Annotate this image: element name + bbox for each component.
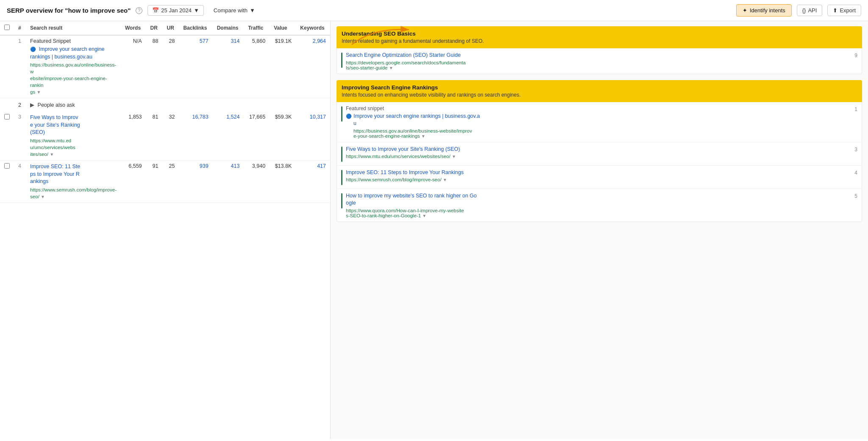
row-traffic: 17,665: [244, 111, 270, 160]
col-search-result: Search result: [26, 21, 121, 35]
row-checkbox-cell: [0, 98, 14, 112]
result-title-link[interactable]: Five Ways to Improve your Site's Ranking…: [30, 114, 80, 135]
col-backlinks: Backlinks: [179, 21, 212, 35]
col-keywords: Keywords: [296, 21, 330, 35]
help-icon[interactable]: ?: [136, 7, 142, 14]
col-value: Value: [270, 21, 296, 35]
row-backlinks[interactable]: 16,783: [179, 111, 212, 160]
intent-group-items: Search Engine Optimization (SEO) Starter…: [337, 48, 862, 74]
people-also-ask-cell[interactable]: ▶ People also ask: [26, 98, 330, 112]
list-item: Featured snippet 🔵 Improve your search e…: [337, 102, 862, 142]
row-backlinks[interactable]: 939: [179, 161, 212, 203]
item-url[interactable]: https://business.gov.au/online/business-…: [353, 128, 480, 139]
row-domains[interactable]: 413: [213, 161, 244, 203]
row-backlinks[interactable]: 577: [179, 35, 212, 98]
identify-intents-icon: ✦: [743, 7, 747, 14]
item-bar: [341, 53, 342, 68]
compare-label: Compare with: [214, 7, 248, 14]
main-layout: # Search result Words DR UR Backlinks Do…: [0, 21, 868, 439]
row-value: $59.3K: [270, 111, 296, 160]
row-dr: 81: [146, 111, 163, 160]
row-checkbox[interactable]: [4, 163, 10, 169]
item-bar: [341, 106, 342, 122]
result-url[interactable]: https://business.gov.au/online/business-…: [30, 61, 117, 95]
row-checkbox-cell: [0, 35, 14, 98]
intents-panel: Understanding SEO Basics Intents related…: [331, 21, 868, 439]
row-traffic: 5,860: [244, 35, 270, 98]
result-icon: 🔵: [30, 47, 36, 52]
table-row: 1 Featured Snippet 🔵 Improve your search…: [0, 35, 330, 98]
item-bar: [341, 193, 342, 208]
row-domains[interactable]: 1,524: [213, 111, 244, 160]
item-url[interactable]: https://www.mtu.edu/umc/services/website…: [346, 154, 851, 159]
col-traffic: Traffic: [244, 21, 270, 35]
item-url[interactable]: https://www.quora.com/How-can-I-improve-…: [346, 208, 851, 218]
list-item: Search Engine Optimization (SEO) Starter…: [337, 48, 862, 74]
api-button[interactable]: {} API: [797, 5, 823, 16]
row-value: $13.8K: [270, 161, 296, 203]
col-checkbox: [0, 21, 14, 35]
row-dr: 88: [146, 35, 163, 98]
col-dr: DR: [146, 21, 163, 35]
featured-snippet-label: Featured Snippet: [30, 38, 117, 44]
result-title-link[interactable]: Improve SEO: 11 Steps to Improve Your Ra…: [30, 164, 80, 184]
row-ur: 25: [162, 161, 179, 203]
item-content: Search Engine Optimization (SEO) Starter…: [346, 52, 851, 70]
intent-group-rankings: Improving Search Engine Rankings Intents…: [337, 80, 862, 222]
col-ur: UR: [162, 21, 179, 35]
intent-group-title: Understanding SEO Basics: [342, 31, 857, 37]
result-url[interactable]: https://www.semrush.com/blog/improve-seo…: [30, 186, 117, 200]
row-checkbox[interactable]: [4, 114, 10, 119]
date-button[interactable]: 📅 25 Jan 2024 ▼: [147, 5, 203, 16]
row-ur: 32: [162, 111, 179, 160]
row-keywords[interactable]: 417: [296, 161, 330, 203]
serp-table: # Search result Words DR UR Backlinks Do…: [0, 21, 330, 203]
row-content-cell: Featured Snippet 🔵 Improve your search e…: [26, 35, 121, 98]
intent-group-title: Improving Search Engine Rankings: [342, 84, 857, 91]
result-title-link[interactable]: Improve your search engine rankings | bu…: [30, 46, 104, 60]
intent-group-items: Featured snippet 🔵 Improve your search e…: [337, 102, 862, 222]
snippet-label: Featured snippet: [346, 105, 851, 111]
intent-group-header: Understanding SEO Basics Intents related…: [337, 26, 862, 48]
intent-group-desc: Intents focused on enhancing website vis…: [342, 92, 857, 98]
result-url[interactable]: https://www.mtu.edu/umc/services/website…: [30, 137, 117, 158]
row-domains[interactable]: 314: [213, 35, 244, 98]
api-label: API: [808, 7, 817, 14]
item-title[interactable]: Five Ways to Improve your Site's Ranking…: [346, 146, 851, 153]
export-button[interactable]: ⬆ Export: [827, 5, 861, 16]
item-title[interactable]: Improve SEO: 11 Steps to Improve Your Ra…: [346, 169, 851, 177]
compare-with-button[interactable]: Compare with ▼: [209, 5, 260, 16]
intent-group-seo-basics: Understanding SEO Basics Intents related…: [337, 26, 862, 74]
expand-arrow: ▶: [30, 102, 34, 108]
row-words: 6,559: [121, 161, 146, 203]
identify-intents-button[interactable]: ✦ Identify intents: [736, 4, 792, 17]
page-title: SERP overview for "how to improve seo": [7, 7, 131, 14]
row-words: 1,853: [121, 111, 146, 160]
people-also-ask-label: People also ask: [38, 102, 75, 108]
list-item: How to improve my website's SEO to rank …: [337, 189, 862, 222]
row-ur: 28: [162, 35, 179, 98]
item-url[interactable]: https://www.semrush.com/blog/improve-seo…: [346, 177, 851, 182]
item-url[interactable]: https://developers.google.com/search/doc…: [346, 60, 851, 70]
export-icon: ⬆: [833, 7, 837, 14]
compare-dropdown-arrow: ▼: [250, 7, 255, 14]
table-row: 4 Improve SEO: 11 Steps to Improve Your …: [0, 161, 330, 203]
date-dropdown-arrow: ▼: [194, 7, 199, 14]
item-bar: [341, 147, 342, 162]
row-traffic: 3,940: [244, 161, 270, 203]
row-number: 2: [14, 98, 26, 112]
col-domains: Domains: [213, 21, 244, 35]
row-dr: 91: [146, 161, 163, 203]
calendar-icon: 📅: [152, 7, 159, 14]
row-keywords[interactable]: 2,964: [296, 35, 330, 98]
item-title[interactable]: Search Engine Optimization (SEO) Starter…: [346, 52, 851, 59]
select-all-checkbox[interactable]: [4, 25, 10, 30]
item-bar: [341, 170, 342, 185]
row-keywords[interactable]: 10,317: [296, 111, 330, 160]
intent-group-desc: Intents related to gaining a fundamental…: [342, 38, 857, 44]
table-row-people-also-ask: 2 ▶ People also ask: [0, 98, 330, 112]
export-label: Export: [840, 7, 856, 14]
item-title[interactable]: How to improve my website's SEO to rank …: [346, 192, 851, 207]
item-title[interactable]: Improve your search engine rankings | bu…: [353, 113, 480, 128]
item-number: 1: [854, 105, 857, 112]
